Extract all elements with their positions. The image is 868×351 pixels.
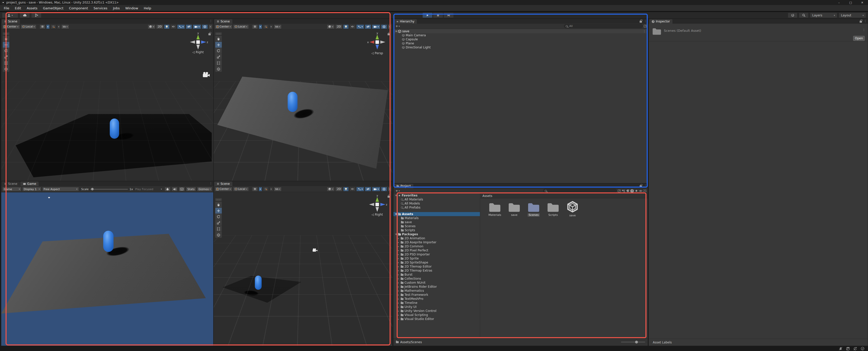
hierarchy-item[interactable]: Directional Light <box>393 45 648 50</box>
transform-tool-button[interactable] <box>3 66 9 72</box>
project-tree-folder[interactable]: save <box>393 220 480 224</box>
orientation-gizmo[interactable]: y z ◁Right <box>186 32 210 54</box>
tool-orientation-dropdown[interactable]: Local▾ <box>233 187 249 191</box>
vsync-button[interactable] <box>179 187 185 191</box>
cache-server-disabled-icon[interactable] <box>846 347 850 351</box>
lighting-toggle[interactable] <box>343 25 349 29</box>
kebab-icon[interactable]: ⋮ <box>644 20 647 23</box>
undo-history-button[interactable] <box>788 12 797 18</box>
favorites-root[interactable]: ▼★Favorites <box>393 193 480 197</box>
kebab-icon[interactable]: ⋮ <box>389 20 391 23</box>
menu-window[interactable]: Window <box>122 5 141 11</box>
tab-scene[interactable]: Scene <box>2 182 20 186</box>
project-tree-folder[interactable]: Scripts <box>393 228 480 232</box>
tab-project[interactable]: Project <box>394 184 413 188</box>
lock-icon[interactable] <box>640 21 642 23</box>
axis-cone[interactable] <box>190 41 195 44</box>
hierarchy-item[interactable]: Capsule <box>393 37 648 41</box>
version-control-button[interactable] <box>31 12 41 18</box>
project-search-input[interactable] <box>543 189 617 193</box>
tab-inspector[interactable]: i Inspector <box>649 19 673 24</box>
camera-gizmo-icon[interactable] <box>312 248 318 252</box>
menu-component[interactable]: Component <box>66 5 91 11</box>
axis-y-cone[interactable] <box>375 197 379 202</box>
kebab-icon[interactable]: ⋮ <box>210 182 212 185</box>
scale-tool-button[interactable] <box>215 54 222 60</box>
overlay-drag-handle[interactable]: —— <box>3 32 9 35</box>
camera-settings-dropdown[interactable]: ▾ <box>372 25 380 29</box>
axis-cone[interactable] <box>380 41 385 44</box>
kebab-icon[interactable]: ⋮ <box>644 184 647 187</box>
stats-button[interactable]: Stats <box>186 187 196 191</box>
play-button[interactable] <box>423 12 433 18</box>
project-tree-folder[interactable]: Materials <box>393 216 480 220</box>
grid-snap-dropdown[interactable]: ▾ <box>57 25 61 29</box>
layers-dropdown[interactable]: Layers▾ <box>810 12 837 18</box>
scene-visibility-toggle[interactable] <box>365 25 371 29</box>
lighting-toggle[interactable] <box>343 187 349 191</box>
axis-z-cone[interactable] <box>380 203 385 206</box>
scene-canvas[interactable]: —— y z ◁Right <box>214 192 392 346</box>
snap-increment-button[interactable]: ▾ <box>61 25 69 29</box>
favorites-filter-icon[interactable]: ★ <box>635 189 638 193</box>
grid-snap-dropdown[interactable]: ▾ <box>270 187 273 191</box>
move-tool-button[interactable] <box>215 208 222 214</box>
chevron-down-icon[interactable]: ▼ <box>395 30 397 33</box>
filter-by-type-icon[interactable] <box>622 189 625 192</box>
gizmo-center-cube[interactable] <box>375 203 379 206</box>
lock-icon[interactable] <box>860 21 862 23</box>
projection-label[interactable]: ◁Right <box>186 51 210 54</box>
project-tree-package[interactable]: ▸2D PSD Importer <box>393 252 480 256</box>
2d-toggle[interactable]: 2D <box>335 25 342 29</box>
move-tool-button[interactable] <box>215 42 222 47</box>
draw-mode-dropdown[interactable]: ▾ <box>327 25 335 29</box>
project-tree-package[interactable]: ▸2D Tilemap Extras <box>393 268 480 273</box>
hierarchy-item[interactable]: Plane <box>393 41 648 45</box>
project-tree-package[interactable]: ▸Unity Version Control <box>393 309 480 313</box>
projection-label[interactable]: ◁Persp <box>365 52 389 55</box>
pause-button[interactable] <box>433 12 443 18</box>
project-tree-package[interactable]: ▸Visual Studio Editor <box>393 317 480 321</box>
grid-snap-button[interactable] <box>263 187 269 191</box>
tab-hierarchy[interactable]: ≡ Hierarchy <box>394 19 417 24</box>
orientation-gizmo[interactable]: y x ◁Persp <box>365 32 389 55</box>
asset-item[interactable]: Materials <box>486 202 504 217</box>
game-canvas[interactable] <box>1 192 213 346</box>
favorites-item[interactable]: All Materials <box>393 197 480 201</box>
capsule-object[interactable] <box>288 92 298 112</box>
gizmos-toggle[interactable] <box>202 25 208 29</box>
status-ok-icon[interactable] <box>861 347 865 351</box>
asset-item[interactable]: save <box>564 201 581 217</box>
asset-labels-section[interactable]: Asset Labels <box>649 339 868 346</box>
axis-cone[interactable] <box>196 44 199 50</box>
scene-canvas[interactable]: —— y z ◁Right <box>1 30 213 181</box>
rect-tool-button[interactable] <box>215 226 222 232</box>
menu-file[interactable]: File <box>1 5 12 11</box>
rotate-tool-button[interactable] <box>3 48 9 54</box>
menu-assets[interactable]: Assets <box>24 5 40 11</box>
play-focused-dropdown[interactable]: Play Focused▾ <box>134 187 163 191</box>
grid-visibility-dropdown[interactable]: ▾ <box>46 25 50 29</box>
grid-visibility-button[interactable] <box>252 187 258 191</box>
kebab-icon[interactable]: ⋮ <box>389 182 391 185</box>
close-button[interactable]: ✕ <box>857 0 868 5</box>
transform-tool-button[interactable] <box>215 232 222 238</box>
gizmos-toggle[interactable] <box>381 187 387 191</box>
gizmo-center-cube[interactable] <box>375 40 379 44</box>
snap-increment-button[interactable]: ▾ <box>274 187 282 191</box>
tool-orientation-dropdown[interactable]: Local▾ <box>21 25 36 29</box>
capsule-object[interactable] <box>110 119 119 139</box>
effects-dropdown[interactable]: ▾ <box>177 25 185 29</box>
open-in-window-icon[interactable] <box>618 189 621 192</box>
orientation-gizmo[interactable]: y z ◁Right <box>365 194 389 216</box>
kebab-icon[interactable]: ⋮ <box>864 20 867 23</box>
project-tree-package[interactable]: ▸JetBrains Rider Editor <box>393 285 480 289</box>
menu-jobs[interactable]: Jobs <box>110 5 123 11</box>
effects-dropdown[interactable]: ▾ <box>356 25 364 29</box>
favorites-item[interactable]: All Models <box>393 201 480 205</box>
gizmos-toggle[interactable] <box>381 25 387 29</box>
assets-root[interactable]: ▼Assets <box>393 212 480 216</box>
project-tree-package[interactable]: ▸2D Common <box>393 244 480 248</box>
kebab-icon[interactable]: ⋮ <box>643 30 646 33</box>
mute-audio-button[interactable] <box>172 187 178 191</box>
